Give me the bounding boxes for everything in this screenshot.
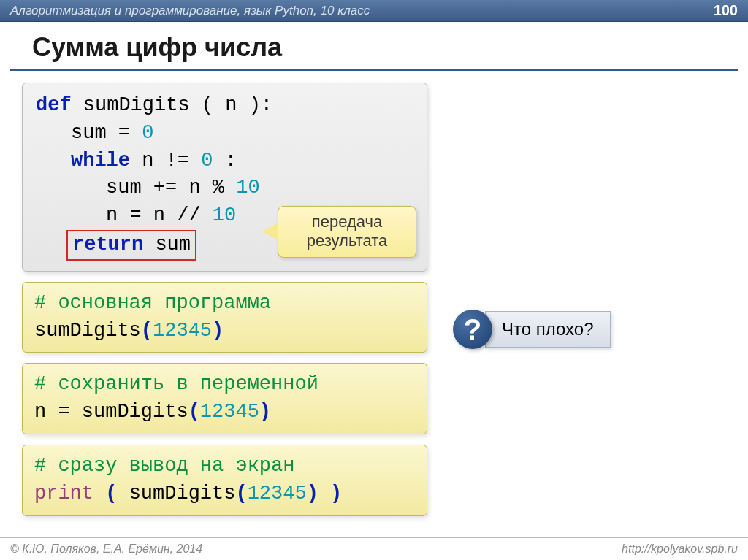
code-block-function: def sumDigits ( n ): sum = 0 while n != … bbox=[22, 83, 427, 272]
comment: # сразу вывод на экран bbox=[34, 453, 415, 480]
header-bar: Алгоритмизация и программирование, язык … bbox=[0, 0, 748, 22]
paren: ( bbox=[141, 320, 153, 342]
code-block-assign: # сохранить в переменной n = sumDigits(1… bbox=[22, 363, 427, 434]
code-text: : bbox=[225, 150, 237, 172]
code-block-print: # сразу вывод на экран print ( sumDigits… bbox=[22, 445, 427, 516]
page-title: Сумма цифр числа bbox=[10, 22, 738, 71]
footer: © К.Ю. Поляков, Е.А. Ерёмин, 2014 http:/… bbox=[0, 537, 748, 560]
paren: ) bbox=[259, 401, 271, 423]
comment: # сохранить в переменной bbox=[34, 371, 415, 399]
code-block-main: # основная программа sumDigits(12345) bbox=[22, 282, 427, 353]
function-call: sumDigits bbox=[129, 483, 236, 505]
copyright: © К.Ю. Поляков, Е.А. Ерёмин, 2014 bbox=[10, 542, 202, 556]
keyword-def: def bbox=[36, 94, 72, 116]
question-mark-icon: ? bbox=[453, 310, 492, 349]
paren: ( bbox=[235, 483, 247, 505]
code-text: = bbox=[118, 122, 130, 144]
code-text: n != bbox=[142, 150, 201, 172]
signature: ( n ): bbox=[202, 94, 272, 116]
code-text: n = bbox=[34, 401, 82, 423]
comment: # основная программа bbox=[34, 290, 415, 318]
keyword-return: return bbox=[72, 234, 143, 256]
number-literal: 0 bbox=[142, 122, 153, 144]
callout-result: передача результата bbox=[278, 206, 416, 258]
paren: ( bbox=[188, 401, 200, 423]
number-literal: 10 bbox=[236, 177, 259, 199]
question-text: Что плохо? bbox=[485, 311, 611, 348]
code-text: n = n // bbox=[106, 204, 201, 226]
paren: ) bbox=[318, 483, 342, 505]
paren: ) bbox=[212, 320, 224, 342]
callout-line: результата bbox=[286, 231, 408, 250]
number-literal: 12345 bbox=[153, 320, 212, 342]
number-literal: 0 bbox=[201, 150, 213, 172]
paren: ( bbox=[94, 483, 129, 505]
function-name: sumDigits bbox=[83, 94, 190, 116]
code-text: sum bbox=[71, 122, 107, 144]
number-literal: 10 bbox=[213, 204, 236, 226]
number-literal: 12345 bbox=[200, 401, 259, 423]
print-call: print bbox=[34, 483, 94, 505]
callout-line: передача bbox=[286, 212, 408, 231]
code-text: sum += n % bbox=[106, 177, 224, 199]
paren: ) bbox=[307, 483, 318, 505]
keyword-while: while bbox=[71, 150, 130, 172]
return-highlight-box: return sum bbox=[66, 230, 196, 261]
number-literal: 12345 bbox=[248, 483, 307, 505]
question-area: ? Что плохо? bbox=[453, 310, 611, 349]
return-value: sum bbox=[155, 234, 191, 256]
breadcrumb: Алгоритмизация и программирование, язык … bbox=[10, 4, 370, 18]
function-call: sumDigits bbox=[34, 320, 141, 342]
function-call: sumDigits bbox=[82, 401, 188, 423]
page-number: 100 bbox=[714, 2, 738, 19]
footer-url: http://kpolyakov.spb.ru bbox=[622, 542, 738, 556]
